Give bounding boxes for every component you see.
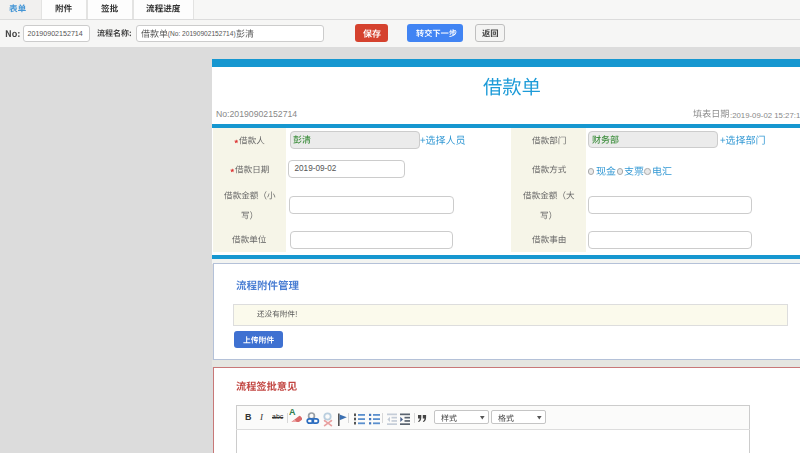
svg-text:A: A <box>289 407 296 417</box>
